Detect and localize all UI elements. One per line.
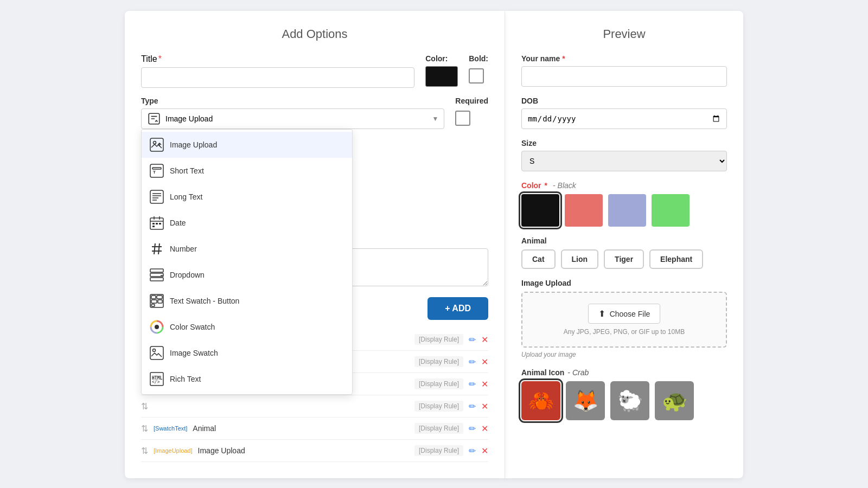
color-swatch-red[interactable]: [565, 194, 603, 227]
dropdown-item-color-swatch-label: Color Swatch: [170, 323, 215, 331]
svg-rect-25: [150, 278, 163, 281]
dropdown-item-rich-text-label: Rich Text: [170, 375, 201, 383]
preview-title: Preview: [521, 27, 727, 41]
title-label: Title*: [141, 54, 414, 64]
svg-rect-31: [158, 300, 162, 303]
color-picker[interactable]: [425, 66, 458, 87]
animal-btn-elephant[interactable]: Elephant: [649, 249, 703, 269]
animal-icon-turtle[interactable]: 🐢: [655, 381, 694, 420]
svg-text:</>: </>: [152, 380, 160, 384]
bold-label: Bold:: [469, 54, 488, 63]
animal-icon-crab[interactable]: 🦀: [521, 381, 560, 420]
dropdown-item-image-swatch[interactable]: Image Swatch: [142, 340, 352, 366]
color-suffix: - Black: [553, 181, 576, 190]
dropdown-item-dropdown-label: Dropdown: [170, 271, 205, 279]
dropdown-item-rich-text[interactable]: HTML </> Rich Text: [142, 366, 352, 392]
left-panel: Add Options Title* Color: Bold: Type: [125, 11, 505, 478]
rich-text-icon: HTML </>: [149, 371, 164, 387]
svg-rect-1: [150, 138, 163, 151]
image-upload-label: Image Upload: [521, 279, 727, 287]
dropdown-item-number[interactable]: Number: [142, 236, 352, 262]
edit-icon-2[interactable]: ✏: [469, 357, 476, 367]
bold-checkbox[interactable]: [469, 68, 484, 84]
drag-handle-6[interactable]: ⇅: [141, 446, 148, 456]
delete-icon-3[interactable]: ✕: [481, 379, 488, 389]
svg-text:T: T: [153, 170, 156, 175]
edit-icon-5[interactable]: ✏: [469, 423, 476, 434]
short-text-icon: T: [149, 163, 164, 178]
svg-rect-28: [151, 296, 156, 299]
dropdown-item-dropdown[interactable]: Dropdown: [142, 262, 352, 288]
svg-point-34: [155, 325, 159, 329]
dob-input[interactable]: [521, 108, 727, 129]
animal-icon-suffix: - Crab: [567, 368, 589, 377]
dropdown-item-number-label: Number: [170, 245, 197, 253]
panel-title: Add Options: [141, 27, 488, 41]
dropdown-item-short-text-label: Short Text: [170, 166, 204, 175]
required-label: Required: [455, 97, 488, 105]
svg-rect-32: [151, 304, 155, 306]
dropdown-item-long-text[interactable]: Long Text: [142, 184, 352, 210]
delete-icon-1[interactable]: ✕: [481, 335, 488, 345]
drag-handle-5[interactable]: ⇅: [141, 423, 148, 434]
size-select[interactable]: S M L XL XXL: [521, 151, 727, 171]
animal-icon-sheep[interactable]: 🐑: [610, 381, 649, 420]
dropdown-item-image-swatch-label: Image Swatch: [170, 349, 218, 357]
edit-icon-1[interactable]: ✏: [469, 335, 476, 345]
required-checkbox[interactable]: [455, 111, 470, 126]
date-icon: [149, 215, 164, 230]
add-button[interactable]: + ADD: [427, 297, 488, 320]
dropdown-item-image-upload[interactable]: Image Upload: [142, 132, 352, 158]
color-field-label: Color: [521, 181, 541, 190]
long-text-icon: [149, 189, 164, 204]
edit-icon-3[interactable]: ✏: [469, 379, 476, 389]
edit-icon-6[interactable]: ✏: [469, 446, 476, 456]
choose-file-button[interactable]: ⬆ Choose File: [588, 304, 661, 324]
dropdown-item-date-label: Date: [170, 219, 186, 227]
preview-your-name-field: Your name *: [521, 54, 727, 87]
preview-animal-field: Animal Cat Lion Tiger Elephant: [521, 236, 727, 269]
number-icon: [149, 241, 164, 256]
animal-icons: 🦀 🦊 🐑 🐢: [521, 381, 727, 420]
delete-icon-4[interactable]: ✕: [481, 401, 488, 412]
color-required-star: *: [545, 181, 547, 190]
dropdown-item-short-text[interactable]: T Short Text: [142, 158, 352, 184]
right-panel: Preview Your name * DOB Size S M L: [505, 11, 743, 478]
selected-type-label: Image Upload: [165, 114, 213, 123]
color-swatch-blue[interactable]: [608, 194, 646, 227]
animal-btn-cat[interactable]: Cat: [521, 249, 556, 269]
delete-icon-6[interactable]: ✕: [481, 446, 488, 456]
dropdown-item-text-swatch[interactable]: Text Swatch - Button: [142, 288, 352, 314]
animal-btn-lion[interactable]: Lion: [561, 249, 599, 269]
edit-icon-4[interactable]: ✏: [469, 401, 476, 412]
dropdown-item-color-swatch[interactable]: Color Swatch: [142, 314, 352, 340]
your-name-input[interactable]: [521, 66, 727, 87]
svg-point-2: [154, 142, 156, 144]
svg-point-36: [153, 349, 156, 352]
delete-icon-2[interactable]: ✕: [481, 357, 488, 367]
image-upload-icon: [149, 137, 164, 152]
preview-color-field: Color * - Black: [521, 181, 727, 227]
delete-icon-5[interactable]: ✕: [481, 423, 488, 434]
color-swatch-black[interactable]: [521, 194, 559, 227]
dropdown-icon: [149, 267, 164, 282]
color-swatch-green[interactable]: [652, 194, 690, 227]
animal-icon-fox[interactable]: 🦊: [566, 381, 605, 420]
preview-image-upload-section: Image Upload ⬆ Choose File Any JPG, JPEG…: [521, 279, 727, 358]
animal-btn-tiger[interactable]: Tiger: [604, 249, 644, 269]
svg-line-20: [158, 243, 159, 254]
dropdown-item-long-text-label: Long Text: [170, 192, 202, 201]
title-input[interactable]: [141, 67, 414, 88]
drag-handle-4[interactable]: ⇅: [141, 401, 148, 412]
color-label: Color:: [425, 54, 448, 63]
preview-animal-icon-section: Animal Icon - Crab 🦀 🦊 🐑 🐢: [521, 368, 727, 420]
svg-rect-23: [150, 269, 163, 272]
svg-rect-17: [159, 223, 161, 224]
type-dropdown[interactable]: Image Upload ▼: [141, 108, 444, 129]
svg-rect-3: [150, 164, 163, 177]
animal-icon-label: Animal Icon - Crab: [521, 368, 727, 377]
dropdown-item-date[interactable]: Date: [142, 210, 352, 236]
svg-rect-30: [151, 300, 157, 303]
svg-rect-18: [152, 226, 155, 227]
size-label: Size: [521, 139, 537, 147]
